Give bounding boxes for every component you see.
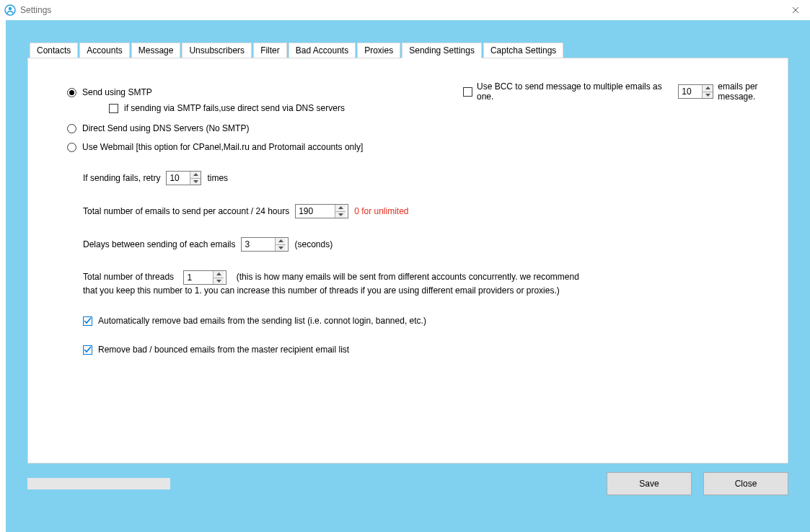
per-account-spin-up[interactable] [335, 205, 345, 212]
bcc-spin-down[interactable] [703, 92, 713, 99]
tabs-row: Contacts Accounts Message Unsubscribers … [30, 42, 788, 58]
save-button[interactable]: Save [607, 472, 692, 495]
bcc-spin-up[interactable] [703, 85, 713, 92]
tab-proxies[interactable]: Proxies [357, 43, 400, 58]
bcc-suffix: emails per message. [718, 81, 795, 102]
per-account-hint: 0 for unlimited [354, 206, 408, 216]
delay-input[interactable] [241, 237, 289, 252]
delay-spin-up[interactable] [276, 238, 286, 245]
per-account-label: Total number of emails to send per accou… [83, 206, 289, 216]
delay-label: Delays between sending of each emails [83, 239, 235, 249]
chk-remove-bounced-label: Remove bad / bounced emails from the mas… [98, 345, 349, 355]
tab-filter[interactable]: Filter [253, 43, 287, 58]
app-icon [4, 4, 16, 16]
chk-dns-fallback-label: if sending via SMTP fails,use direct sen… [124, 103, 345, 113]
window-close-button[interactable] [787, 1, 804, 19]
threads-spin-down[interactable] [213, 278, 224, 285]
threads-input[interactable] [183, 270, 226, 285]
delay-field[interactable] [242, 238, 275, 251]
title-bar: Settings [0, 0, 810, 20]
delay-spin-down[interactable] [276, 245, 286, 252]
tab-sending-settings[interactable]: Sending Settings [402, 43, 482, 58]
retry-label-post: times [207, 173, 228, 183]
radio-direct-send[interactable] [67, 124, 76, 133]
settings-panel: Use BCC to send message to multiple emai… [27, 58, 788, 464]
threads-field[interactable] [184, 271, 213, 284]
tab-bad-accounts[interactable]: Bad Accounts [289, 43, 356, 58]
close-button[interactable]: Close [703, 472, 788, 495]
window-title: Settings [20, 5, 51, 15]
retry-spin-up[interactable] [190, 172, 201, 179]
radio-send-smtp-label: Send using SMTP [82, 87, 152, 97]
svg-point-1 [9, 7, 12, 10]
retry-count-input[interactable] [166, 171, 201, 185]
progress-bar [27, 478, 170, 489]
radio-send-smtp[interactable] [67, 88, 76, 97]
bottom-bar: Save Close [27, 472, 788, 495]
bcc-count-input[interactable] [678, 84, 713, 99]
retry-spin-down[interactable] [190, 179, 201, 185]
radio-webmail[interactable] [67, 143, 76, 152]
tab-captcha-settings[interactable]: Captcha Settings [483, 43, 563, 58]
per-account-input[interactable] [295, 204, 348, 218]
chk-dns-fallback[interactable] [109, 104, 118, 113]
threads-spin-up[interactable] [213, 271, 224, 278]
tab-accounts[interactable]: Accounts [79, 43, 129, 58]
radio-webmail-label: Use Webmail [this option for CPanel,Mail… [82, 142, 363, 152]
delay-unit: (seconds) [294, 239, 333, 249]
retry-count-field[interactable] [167, 172, 190, 185]
radio-direct-send-label: Direct Send using DNS Servers (No SMTP) [82, 123, 249, 133]
tab-contacts[interactable]: Contacts [30, 43, 78, 58]
threads-label: Total number of threads [83, 272, 174, 282]
tab-message[interactable]: Message [131, 43, 181, 58]
retry-label-pre: If sending fails, retry [83, 173, 160, 183]
chk-auto-remove-bad[interactable] [83, 316, 92, 326]
per-account-spin-down[interactable] [335, 212, 345, 218]
threads-block: Total number of threads (this is how man… [83, 270, 581, 297]
chk-remove-bounced[interactable] [83, 345, 92, 355]
bcc-count-field[interactable] [679, 85, 702, 98]
tab-unsubscribers[interactable]: Unsubscribers [182, 43, 252, 58]
chk-auto-remove-bad-label: Automatically remove bad emails from the… [98, 316, 426, 326]
content-frame: Contacts Accounts Message Unsubscribers … [6, 20, 810, 532]
per-account-field[interactable] [296, 205, 335, 218]
